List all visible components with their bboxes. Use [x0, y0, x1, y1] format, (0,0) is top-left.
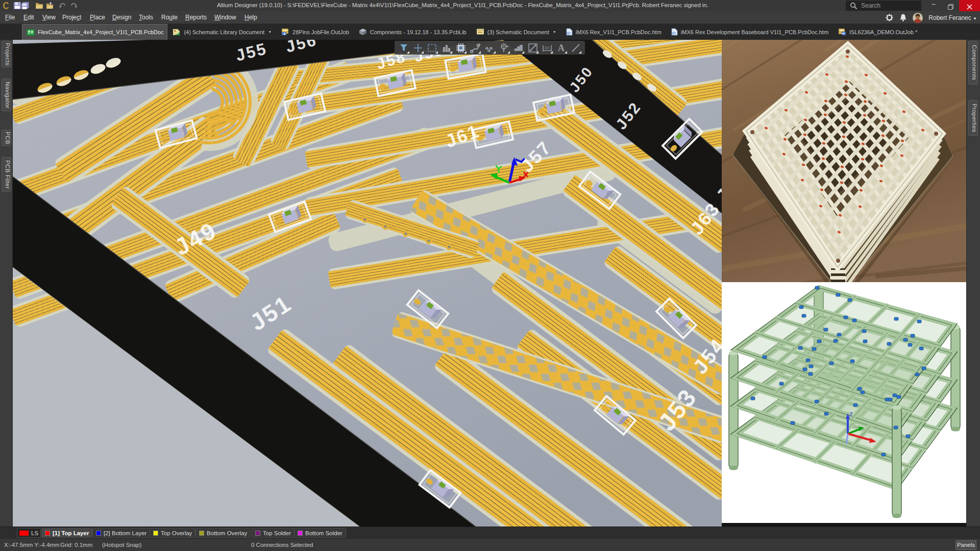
svg-text:10: 10 [544, 45, 549, 50]
svg-text:Z: Z [849, 411, 853, 417]
svg-text:A: A [558, 43, 565, 53]
